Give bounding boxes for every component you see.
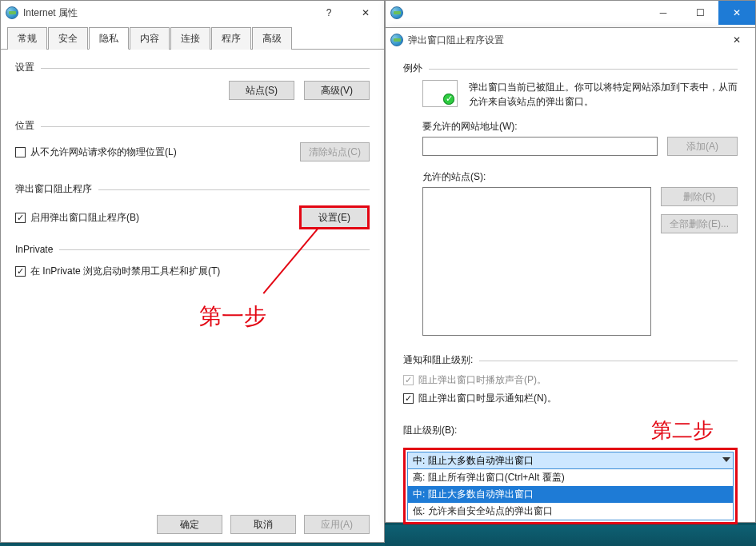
show-notification-bar-label: 阻止弹出窗口时显示通知栏(N)。 [418, 392, 557, 405]
block-level-option-medium[interactable]: 中: 阻止大多数自动弹出窗口 [408, 486, 733, 503]
popup-blocker-settings-dialog: 弹出窗口阻止程序设置 ✕ 例外 弹出窗口当前已被阻止。你可以将特定网站添加到下表… [385, 27, 756, 523]
help-button[interactable]: ? [310, 1, 347, 25]
tab-security[interactable]: 安全 [48, 27, 88, 50]
inprivate-section-label: InPrivate [15, 242, 53, 257]
add-button[interactable]: 添加(A) [667, 137, 738, 156]
tab-advanced[interactable]: 高级 [252, 27, 292, 50]
never-allow-location-label: 从不允许网站请求你的物理位置(L) [30, 145, 177, 159]
info-icon [422, 80, 458, 107]
allowed-sites-label: 允许的站点(S): [422, 170, 738, 184]
chevron-down-icon [722, 457, 730, 462]
tab-connections[interactable]: 连接 [170, 27, 210, 50]
location-section-label: 位置 [15, 118, 34, 134]
block-level-selected: 中: 阻止大多数自动弹出窗口 [413, 454, 534, 468]
block-level-select[interactable]: 中: 阻止大多数自动弹出窗口 高: 阻止所有弹出窗口(Ctrl+Alt 覆盖) … [407, 452, 734, 520]
clear-sites-button[interactable]: 清除站点(C) [300, 142, 370, 161]
inprivate-disable-toolbars-label: 在 InPrivate 浏览启动时禁用工具栏和扩展(T) [30, 265, 220, 278]
play-sound-checkbox [403, 375, 414, 385]
popup-settings-button[interactable]: 设置(E) [299, 205, 370, 229]
exceptions-section-label: 例外 [403, 60, 422, 77]
delete-all-button[interactable]: 全部删除(E)... [661, 214, 738, 233]
notify-section-label: 通知和阻止级别: [403, 352, 473, 369]
step-two-label: 第二步 [651, 416, 714, 444]
titlebar[interactable]: 弹出窗口阻止程序设置 ✕ [386, 28, 755, 52]
enable-popup-blocker-label: 启用弹出窗口阻止程序(B) [30, 211, 139, 225]
close-button[interactable]: ✕ [347, 1, 384, 25]
allow-address-label: 要允许的网站地址(W): [422, 120, 738, 134]
play-sound-label: 阻止弹出窗口时播放声音(P)。 [418, 373, 546, 387]
block-level-option-low[interactable]: 低: 允许来自安全站点的弹出窗口 [408, 503, 733, 520]
inprivate-disable-toolbars-checkbox[interactable] [15, 266, 26, 277]
ok-button[interactable]: 确定 [157, 515, 222, 534]
sites-button[interactable]: 站点(S) [229, 81, 294, 100]
maximize-button[interactable]: ☐ [682, 1, 718, 25]
globe-icon [390, 34, 403, 46]
show-notification-bar-checkbox[interactable] [403, 393, 414, 404]
globe-icon [390, 6, 403, 19]
desktop-background-strip [385, 525, 756, 546]
block-level-options[interactable]: 高: 阻止所有弹出窗口(Ctrl+Alt 覆盖) 中: 阻止大多数自动弹出窗口 … [407, 469, 734, 520]
advanced-button[interactable]: 高级(V) [304, 81, 370, 100]
settings-section-label: 设置 [15, 59, 34, 76]
popup-blocker-section-label: 弹出窗口阻止程序 [15, 181, 92, 197]
window-title: Internet 属性 [23, 6, 78, 20]
info-text: 弹出窗口当前已被阻止。你可以将特定网站添加到下表中，从而允许来自该站点的弹出窗口… [469, 80, 738, 109]
delete-button[interactable]: 删除(R) [661, 187, 738, 206]
internet-properties-dialog: Internet 属性 ? ✕ 常规 安全 隐私 内容 连接 程序 高级 设置 … [0, 0, 385, 543]
apply-button[interactable]: 应用(A) [304, 515, 370, 534]
allow-address-input[interactable] [422, 137, 658, 156]
step-one-label: 第一步 [199, 301, 266, 332]
tab-privacy[interactable]: 隐私 [89, 27, 129, 50]
tabstrip: 常规 安全 隐私 内容 连接 程序 高级 [1, 25, 384, 50]
parent-window-titlebar: ─ ☐ ✕ [385, 0, 756, 27]
globe-icon [6, 6, 18, 19]
block-level-option-high[interactable]: 高: 阻止所有弹出窗口(Ctrl+Alt 覆盖) [408, 469, 733, 486]
tab-programs[interactable]: 程序 [211, 27, 251, 50]
cancel-button[interactable]: 取消 [230, 515, 296, 534]
allowed-sites-listbox[interactable] [422, 187, 651, 336]
block-level-label: 阻止级别(B): [403, 424, 457, 437]
titlebar[interactable]: Internet 属性 ? ✕ [1, 1, 384, 25]
close-button[interactable]: ✕ [718, 28, 755, 52]
tab-content[interactable]: 内容 [130, 27, 170, 50]
minimize-button[interactable]: ─ [645, 1, 682, 25]
enable-popup-blocker-checkbox[interactable] [15, 213, 26, 223]
window-title: 弹出窗口阻止程序设置 [408, 34, 504, 47]
tab-general[interactable]: 常规 [7, 27, 47, 50]
close-button[interactable]: ✕ [718, 1, 755, 25]
block-level-annotation-box: 中: 阻止大多数自动弹出窗口 高: 阻止所有弹出窗口(Ctrl+Alt 覆盖) … [403, 448, 738, 524]
never-allow-location-checkbox[interactable] [15, 147, 26, 157]
